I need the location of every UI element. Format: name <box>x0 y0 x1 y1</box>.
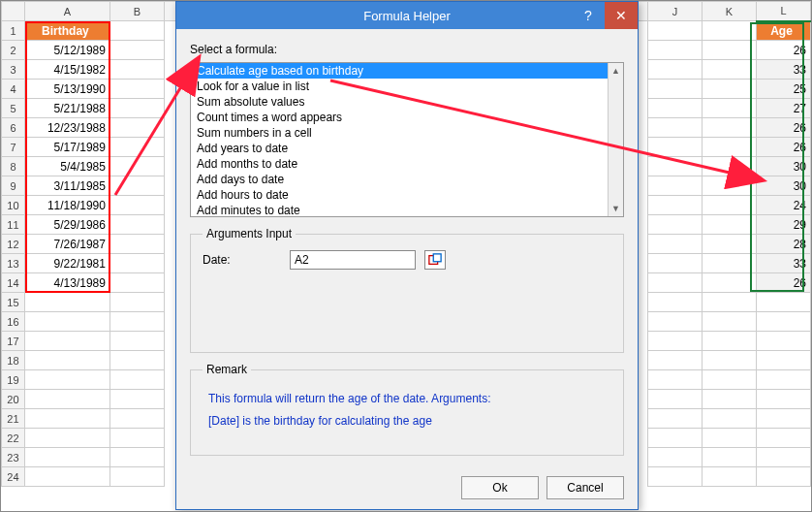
cancel-button[interactable]: Cancel <box>547 476 624 499</box>
cell[interactable] <box>648 429 703 448</box>
cell[interactable] <box>109 467 164 487</box>
row-header[interactable]: 12 <box>2 235 25 254</box>
cell[interactable] <box>109 293 164 312</box>
row-header[interactable]: 17 <box>2 332 25 351</box>
cell[interactable] <box>756 332 810 351</box>
cell[interactable] <box>703 390 757 409</box>
cell[interactable]: 24 <box>756 196 810 215</box>
formula-listbox[interactable]: Calculate age based on birthdayLook for … <box>190 62 624 217</box>
cell[interactable] <box>24 370 109 390</box>
cell[interactable]: 26 <box>756 138 810 157</box>
cell[interactable] <box>648 99 703 118</box>
cell[interactable] <box>703 273 757 293</box>
row-header[interactable]: 20 <box>2 390 25 409</box>
cell[interactable] <box>109 176 164 196</box>
cell[interactable]: Age <box>756 21 810 41</box>
cell[interactable] <box>648 467 703 487</box>
cell[interactable] <box>648 370 703 390</box>
cell[interactable] <box>24 467 109 487</box>
cell[interactable] <box>756 370 810 390</box>
cell[interactable]: 28 <box>756 235 810 254</box>
row-header[interactable]: 11 <box>2 215 25 235</box>
row-header[interactable]: 13 <box>2 254 25 273</box>
ok-button[interactable]: Ok <box>461 476 539 499</box>
cell[interactable] <box>648 41 703 60</box>
cell[interactable] <box>703 99 757 118</box>
cell[interactable] <box>703 235 757 254</box>
cell[interactable] <box>648 138 703 157</box>
cell[interactable]: 30 <box>756 176 810 196</box>
row-header[interactable]: 23 <box>2 448 25 467</box>
cell[interactable] <box>703 41 757 60</box>
cell[interactable] <box>703 467 757 487</box>
cell[interactable] <box>703 196 757 215</box>
cell[interactable]: 4/15/1982 <box>24 60 109 80</box>
cell[interactable] <box>756 312 810 332</box>
cell[interactable] <box>648 196 703 215</box>
cell[interactable] <box>109 448 164 467</box>
cell[interactable] <box>109 370 164 390</box>
cell[interactable] <box>24 409 109 429</box>
cell[interactable]: 26 <box>756 118 810 138</box>
cell[interactable] <box>24 312 109 332</box>
cell[interactable] <box>703 409 757 429</box>
cell[interactable] <box>24 448 109 467</box>
formula-option[interactable]: Add hours to date <box>191 187 623 203</box>
cell[interactable] <box>109 118 164 138</box>
cell[interactable] <box>109 273 164 293</box>
formula-option[interactable]: Add years to date <box>191 141 623 156</box>
cell[interactable] <box>648 312 703 332</box>
row-header[interactable]: 10 <box>2 196 25 215</box>
col-header-l[interactable]: L <box>756 2 810 21</box>
cell[interactable] <box>109 235 164 254</box>
cell[interactable] <box>648 293 703 312</box>
row-header[interactable]: 16 <box>2 312 25 332</box>
cell[interactable] <box>648 409 703 429</box>
cell[interactable] <box>109 215 164 235</box>
cell[interactable] <box>109 80 164 99</box>
cell[interactable]: 5/13/1990 <box>24 80 109 99</box>
cell[interactable] <box>756 409 810 429</box>
cell[interactable] <box>648 118 703 138</box>
cell[interactable] <box>756 351 810 370</box>
cell[interactable] <box>648 157 703 176</box>
row-header[interactable]: 15 <box>2 293 25 312</box>
cell[interactable] <box>703 157 757 176</box>
cell[interactable] <box>703 448 757 467</box>
cell[interactable]: 5/17/1989 <box>24 138 109 157</box>
cell[interactable] <box>648 448 703 467</box>
cell[interactable] <box>756 390 810 409</box>
cell[interactable] <box>648 235 703 254</box>
range-picker-button[interactable] <box>424 250 446 270</box>
listbox-scrollbar[interactable]: ▲ ▼ <box>608 63 623 216</box>
formula-option[interactable]: Add months to date <box>191 156 623 172</box>
cell[interactable] <box>109 21 164 41</box>
cell[interactable] <box>756 448 810 467</box>
col-header-k[interactable]: K <box>703 2 757 21</box>
cell[interactable] <box>703 21 757 41</box>
cell[interactable]: Birthday <box>24 21 109 41</box>
cell[interactable]: 33 <box>756 254 810 273</box>
cell[interactable]: 9/22/1981 <box>24 254 109 273</box>
row-header[interactable]: 22 <box>2 429 25 448</box>
row-header[interactable]: 4 <box>2 80 25 99</box>
row-header[interactable]: 8 <box>2 157 25 176</box>
cell[interactable] <box>648 21 703 41</box>
cell[interactable] <box>24 351 109 370</box>
cell[interactable]: 25 <box>756 80 810 99</box>
row-header[interactable]: 24 <box>2 467 25 487</box>
cell[interactable] <box>703 80 757 99</box>
cell[interactable]: 30 <box>756 157 810 176</box>
col-header-j[interactable]: J <box>648 2 703 21</box>
cell[interactable] <box>703 351 757 370</box>
cell[interactable] <box>109 254 164 273</box>
help-button[interactable]: ? <box>572 2 605 29</box>
cell[interactable] <box>648 80 703 99</box>
row-header[interactable]: 2 <box>2 41 25 60</box>
cell[interactable]: 3/11/1985 <box>24 176 109 196</box>
cell[interactable]: 26 <box>756 41 810 60</box>
formula-option[interactable]: Look for a value in list <box>191 79 623 94</box>
cell[interactable] <box>703 429 757 448</box>
cell[interactable] <box>109 332 164 351</box>
cell[interactable]: 12/23/1988 <box>24 118 109 138</box>
